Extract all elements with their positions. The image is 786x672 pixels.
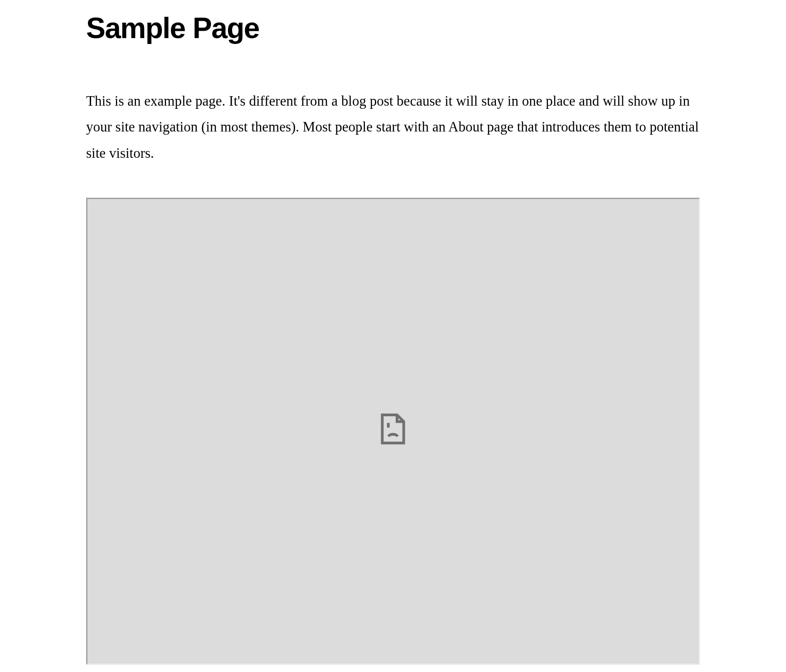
- page-title: Sample Page: [86, 5, 700, 43]
- broken-page-icon: [381, 418, 405, 444]
- page-content: Sample Page This is an example page. It'…: [0, 0, 786, 665]
- embedded-frame: [86, 198, 700, 665]
- intro-paragraph: This is an example page. It's different …: [86, 88, 700, 166]
- svg-rect-0: [387, 423, 390, 428]
